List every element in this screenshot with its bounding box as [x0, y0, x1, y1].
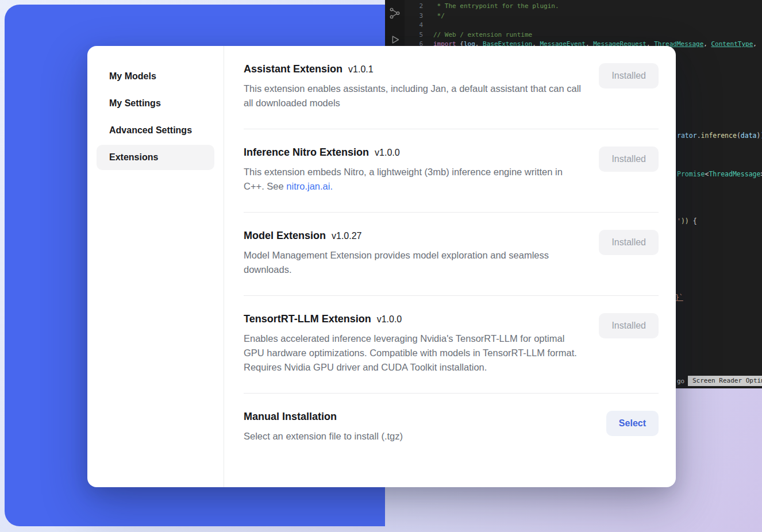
- code-token: ,: [753, 40, 757, 48]
- extension-title: Model Extension: [244, 230, 326, 242]
- code-token: ,: [703, 40, 711, 48]
- code-line: */: [433, 11, 762, 21]
- extension-row-assistant-extension: Assistant Extension v1.0.1 This extensio…: [244, 46, 659, 129]
- graph-icon[interactable]: [388, 7, 401, 20]
- extension-row-tensortrt-llm-extension: TensortRT-LLM Extension v1.0.0 Enables a…: [244, 296, 659, 393]
- extension-title: Manual Installation: [244, 411, 337, 423]
- sidebar-item-label: Extensions: [109, 152, 158, 163]
- installed-button[interactable]: Installed: [599, 313, 659, 338]
- extension-row-inference-nitro-extension: Inference Nitro Extension v1.0.0 This ex…: [244, 129, 659, 212]
- code-fragment: Promise<ThreadMessage>: [677, 170, 762, 178]
- code-token: ': [677, 217, 681, 225]
- sidebar-item-label: My Models: [109, 71, 156, 82]
- status-text: go: [677, 377, 684, 385]
- installed-button[interactable]: Installed: [599, 63, 659, 88]
- code-token: inference: [701, 132, 737, 140]
- extension-title-line: Manual Installation: [244, 411, 403, 423]
- code-token: (: [737, 132, 741, 140]
- description-text: Model Management Extension provides mode…: [244, 250, 549, 275]
- line-numbers: 23456: [407, 2, 423, 49]
- extensions-list: Assistant Extension v1.0.1 This extensio…: [224, 46, 676, 487]
- code-token: rator: [677, 132, 697, 140]
- extension-description: Model Management Extension provides mode…: [244, 248, 582, 277]
- sidebar-item-advanced-settings[interactable]: Advanced Settings: [97, 118, 214, 143]
- extension-row-model-extension: Model Extension v1.0.27 Model Management…: [244, 213, 659, 295]
- description-text: This extension enables assistants, inclu…: [244, 83, 581, 108]
- extension-version: v1.0.0: [375, 148, 400, 158]
- extension-text: Inference Nitro Extension v1.0.0 This ex…: [244, 147, 582, 194]
- nitro-link[interactable]: nitro.jan.ai.: [286, 181, 333, 191]
- line-number: 4: [407, 21, 423, 30]
- extension-title: Assistant Extension: [244, 63, 342, 75]
- extension-title-line: Assistant Extension v1.0.1: [244, 63, 582, 75]
- extension-row-manual-installation: Manual Installation Select an extension …: [244, 394, 659, 462]
- screen-reader-chip: Screen Reader Optimize: [688, 376, 762, 386]
- extension-description: Enables accelerated inference leveraging…: [244, 331, 582, 375]
- extension-text: TensortRT-LLM Extension v1.0.0 Enables a…: [244, 313, 582, 375]
- description-text: Enables accelerated inference leveraging…: [244, 333, 577, 372]
- line-number: 5: [407, 30, 423, 40]
- code-token: )): [681, 217, 693, 225]
- code-token: ));: [757, 132, 762, 140]
- extension-title-line: TensortRT-LLM Extension v1.0.0: [244, 313, 582, 325]
- code-token: .: [697, 132, 701, 140]
- code-line: [433, 21, 762, 30]
- code-line: // Web / extension runtime: [433, 30, 762, 40]
- extension-text: Model Extension v1.0.27 Model Management…: [244, 230, 582, 277]
- settings-sidebar: My Models My Settings Advanced Settings …: [87, 46, 224, 487]
- run-icon[interactable]: [388, 33, 401, 46]
- extension-version: v1.0.1: [348, 64, 374, 75]
- code-token: */: [433, 12, 445, 20]
- installed-button[interactable]: Installed: [599, 147, 659, 172]
- code-token: data: [741, 132, 757, 140]
- sidebar-item-extensions[interactable]: Extensions: [97, 145, 214, 170]
- sidebar-item-my-models[interactable]: My Models: [97, 64, 214, 89]
- line-number: 2: [407, 2, 423, 11]
- code-line: * The entrypoint for the plugin.: [433, 2, 762, 11]
- sidebar-item-my-settings[interactable]: My Settings: [97, 91, 214, 116]
- code-token: ThreadMessage: [709, 170, 760, 178]
- select-button[interactable]: Select: [606, 411, 659, 436]
- description-text: Select an extension file to install (.tg…: [244, 431, 403, 441]
- extension-version: v1.0.0: [377, 314, 402, 325]
- sidebar-item-label: Advanced Settings: [109, 125, 192, 136]
- settings-modal: My Models My Settings Advanced Settings …: [87, 46, 676, 487]
- extension-text: Assistant Extension v1.0.1 This extensio…: [244, 63, 582, 110]
- code-token: ContentType: [711, 40, 753, 48]
- extension-description: This extension enables assistants, inclu…: [244, 82, 582, 110]
- sidebar-item-label: My Settings: [109, 98, 161, 109]
- code-token: // Web / extension runtime: [433, 31, 532, 38]
- code-token: {: [693, 217, 697, 225]
- code-token: Promise: [677, 170, 705, 178]
- code-fragment: rator.inference(data));: [677, 132, 762, 140]
- extension-version: v1.0.27: [332, 231, 361, 241]
- code-token: * The entrypoint for the plugin.: [433, 2, 559, 10]
- extension-text: Manual Installation Select an extension …: [244, 411, 403, 444]
- line-number: 3: [407, 11, 423, 21]
- installed-button[interactable]: Installed: [599, 230, 659, 255]
- extension-title: TensortRT-LLM Extension: [244, 313, 371, 325]
- code-fragment: ')) {: [677, 217, 697, 225]
- extension-description: This extension embeds Nitro, a lightweig…: [244, 165, 582, 194]
- code-lines: * The entrypoint for the plugin. */ // W…: [433, 2, 762, 49]
- extension-title-line: Inference Nitro Extension v1.0.0: [244, 147, 582, 159]
- extension-title: Inference Nitro Extension: [244, 147, 369, 159]
- extension-description: Select an extension file to install (.tg…: [244, 429, 403, 444]
- page-background: 23456 * The entrypoint for the plugin. *…: [0, 0, 762, 532]
- extension-title-line: Model Extension v1.0.27: [244, 230, 582, 242]
